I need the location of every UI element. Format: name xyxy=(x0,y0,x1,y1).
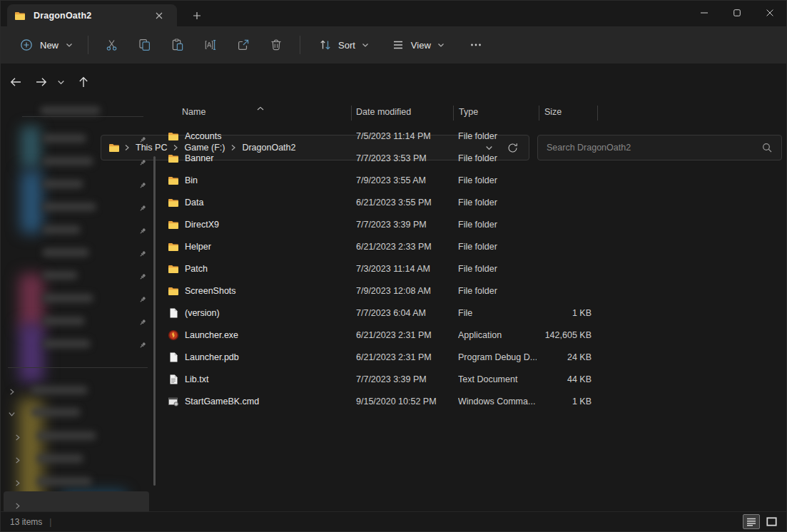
paste-button[interactable] xyxy=(163,31,192,58)
file-date-modified: 6/21/2023 2:33 PM xyxy=(356,236,452,258)
column-header-date[interactable]: Date modified xyxy=(356,107,411,117)
status-divider: | xyxy=(49,517,51,527)
file-date-modified: 7/3/2023 11:14 AM xyxy=(356,258,452,280)
large-icons-view-button[interactable] xyxy=(763,514,780,529)
file-name: Helper xyxy=(185,236,349,258)
column-resize-handle[interactable] xyxy=(597,106,598,121)
sidebar-scrollbar[interactable] xyxy=(153,156,156,486)
navigation-pane xyxy=(1,101,165,513)
file-type: File folder xyxy=(458,258,537,280)
pin-icon xyxy=(138,317,147,329)
file-row[interactable]: Accounts 7/5/2023 11:14 PM File folder xyxy=(165,126,787,148)
file-row[interactable]: Lib.txt 7/7/2023 3:39 PM Text Document 4… xyxy=(165,369,787,391)
file-name: Launcher.pdb xyxy=(185,347,349,369)
file-row[interactable]: DirectX9 7/7/2023 3:39 PM File folder xyxy=(165,214,787,236)
delete-button[interactable] xyxy=(262,31,290,58)
explorer-tab[interactable]: DragonOath2 xyxy=(7,4,177,26)
txt-icon xyxy=(168,374,179,385)
column-resize-handle[interactable] xyxy=(351,106,352,121)
file-row[interactable]: StartGameBK.cmd 9/15/2020 10:52 PM Windo… xyxy=(165,391,787,413)
back-button[interactable] xyxy=(4,71,27,93)
new-button[interactable]: New xyxy=(12,33,81,57)
recent-locations-button[interactable] xyxy=(52,71,69,93)
view-label: View xyxy=(411,40,431,51)
column-header-type[interactable]: Type xyxy=(459,107,478,117)
file-name: (version) xyxy=(185,302,349,324)
file-size: 142,605 KB xyxy=(526,324,591,347)
up-button[interactable] xyxy=(72,71,95,93)
file-row[interactable]: Launcher.exe 6/21/2023 2:31 PM Applicati… xyxy=(165,324,787,347)
file-row[interactable]: Banner 7/7/2023 3:53 PM File folder xyxy=(165,148,787,170)
file-row[interactable]: ScreenShots 7/9/2023 12:08 AM File folde… xyxy=(165,280,787,302)
file-size xyxy=(526,236,591,258)
file-type: File folder xyxy=(458,170,537,192)
trash-icon xyxy=(269,38,283,52)
file-type: Text Document xyxy=(458,369,537,391)
rename-button[interactable] xyxy=(196,31,225,58)
window-controls xyxy=(688,1,786,26)
more-options-button[interactable] xyxy=(462,31,490,58)
folder-icon xyxy=(168,285,179,297)
file-date-modified: 7/5/2023 11:14 PM xyxy=(356,126,452,148)
file-row[interactable]: Helper 6/21/2023 2:33 PM File folder xyxy=(165,236,787,258)
pin-icon xyxy=(138,339,147,352)
new-button-label: New xyxy=(40,40,59,51)
folder-icon xyxy=(14,10,26,21)
view-button[interactable]: View xyxy=(384,33,452,57)
file-name: Launcher.exe xyxy=(185,324,349,347)
column-resize-handle[interactable] xyxy=(453,106,454,121)
column-resize-handle[interactable] xyxy=(539,106,539,121)
file-size xyxy=(526,192,591,214)
new-tab-button[interactable] xyxy=(189,8,205,24)
file-name: DirectX9 xyxy=(185,214,349,236)
file-date-modified: 7/9/2023 12:08 AM xyxy=(356,280,452,302)
tree-expander-icon[interactable] xyxy=(8,408,16,421)
copy-button[interactable] xyxy=(131,31,159,58)
folder-icon xyxy=(168,263,179,275)
file-icon xyxy=(168,352,179,363)
sort-button[interactable]: Sort xyxy=(311,33,377,57)
file-type: File folder xyxy=(458,192,537,214)
paste-icon xyxy=(171,38,185,52)
tab-close-icon[interactable] xyxy=(153,9,166,22)
tree-expander-icon[interactable] xyxy=(8,386,16,399)
sort-label: Sort xyxy=(338,40,355,51)
sidebar-item-selected[interactable] xyxy=(4,491,149,513)
column-header-name[interactable]: Name xyxy=(182,107,205,117)
file-type: File xyxy=(458,302,537,324)
share-button[interactable] xyxy=(229,31,258,58)
details-view-button[interactable] xyxy=(743,514,760,529)
column-header-size[interactable]: Size xyxy=(544,107,562,117)
file-row[interactable]: Launcher.pdb 6/21/2023 2:31 PM Program D… xyxy=(165,347,787,369)
file-type: Windows Comma... xyxy=(458,391,537,413)
forward-button[interactable] xyxy=(30,71,53,93)
chevron-down-icon xyxy=(65,41,73,49)
address-row: This PC Game (F:) DragonOath2 xyxy=(1,63,786,101)
file-row[interactable]: (version) 7/7/2023 6:04 AM File 1 KB xyxy=(165,302,787,324)
file-size: 44 KB xyxy=(526,369,591,391)
folder-icon xyxy=(168,131,179,142)
file-row[interactable]: Patch 7/3/2023 11:14 AM File folder xyxy=(165,258,787,280)
pin-icon xyxy=(138,248,147,261)
tree-expander-icon[interactable] xyxy=(14,431,21,444)
close-button[interactable] xyxy=(753,1,786,25)
tree-expander-icon[interactable] xyxy=(14,477,21,490)
sort-ascending-icon xyxy=(256,101,265,114)
file-date-modified: 6/21/2023 3:55 PM xyxy=(356,192,452,214)
file-date-modified: 6/21/2023 2:31 PM xyxy=(356,347,452,369)
column-header-row: Name Date modified Type Size xyxy=(165,101,787,126)
minimize-button[interactable] xyxy=(688,1,721,25)
file-row[interactable]: Data 6/21/2023 3:55 PM File folder xyxy=(165,192,787,214)
pin-icon xyxy=(138,271,147,284)
file-row[interactable]: Bin 7/9/2023 3:55 AM File folder xyxy=(165,170,787,192)
file-size: 1 KB xyxy=(526,302,591,324)
maximize-button[interactable] xyxy=(721,1,753,25)
cmd-icon xyxy=(168,396,179,407)
exe-icon xyxy=(168,329,179,341)
tree-expander-icon[interactable] xyxy=(14,454,21,467)
pin-icon xyxy=(138,180,147,193)
file-size xyxy=(526,148,591,170)
tab-title: DragonOath2 xyxy=(34,11,153,21)
cut-button[interactable] xyxy=(98,31,126,58)
file-size xyxy=(526,170,591,192)
